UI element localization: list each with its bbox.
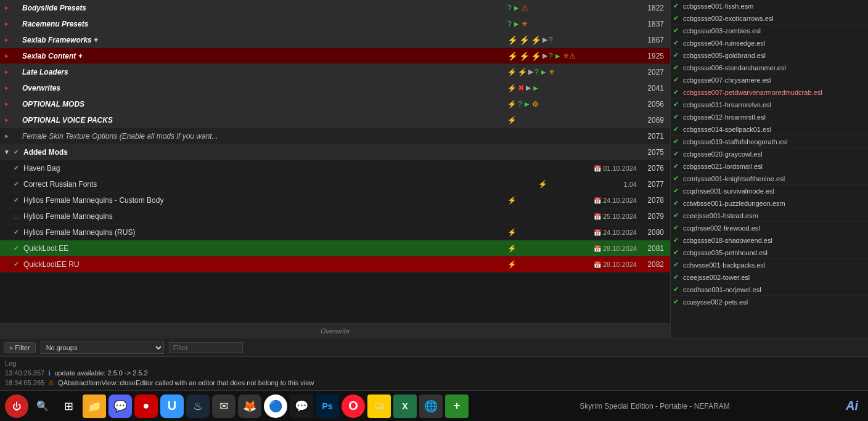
expand-icon[interactable]: ▼ xyxy=(2,149,11,155)
plugin-row[interactable]: ✔ ccbgssse007-chrysamere.esl xyxy=(671,74,868,86)
folder-icon[interactable]: 📁 xyxy=(83,394,106,418)
expand-icon[interactable]: ► xyxy=(2,36,11,43)
plugin-checkbox[interactable]: ✔ xyxy=(673,39,683,47)
plugin-row[interactable]: ✔ ccbgssse020-graycowl.esl xyxy=(671,148,868,160)
mod-row-optional-mods[interactable]: ► OPTIONAL MODS ⚡?►⚙ 2056 xyxy=(0,96,670,112)
chat-icon[interactable]: 💬 xyxy=(290,394,313,418)
grid-icon[interactable]: ⊞ xyxy=(57,394,80,418)
plugin-checkbox[interactable]: ✔ xyxy=(673,63,683,72)
mod-row-hylios-base[interactable]: □ Hylios Female Mannequins 📅 25.10.2024 … xyxy=(0,208,670,224)
steam-icon[interactable]: ♨ xyxy=(186,394,210,418)
start-button[interactable]: ⏻ xyxy=(5,394,28,418)
plugin-row[interactable]: ✔ ccbgssse001-fissh.esm xyxy=(671,0,868,12)
mod-checkbox[interactable]: ✔ xyxy=(11,260,21,268)
expand-icon[interactable]: ► xyxy=(2,52,11,59)
mail-icon[interactable]: ✉ xyxy=(212,394,235,418)
mod-row-late-loaders[interactable]: ► Late Loaders ⚡⚡▶?►✳ 2027 xyxy=(0,64,670,80)
photoshop-icon[interactable]: Ps xyxy=(316,394,339,418)
plugin-checkbox[interactable]: ✔ xyxy=(673,76,683,84)
mod-table[interactable]: ► Bodyslide Presets ?►⚠ 1822 ► Racemenu … xyxy=(0,0,670,323)
plugin-checkbox[interactable]: ✔ xyxy=(673,27,683,35)
web-icon[interactable]: 🌐 xyxy=(419,394,443,418)
expand-icon[interactable]: ► xyxy=(2,133,11,139)
plugin-panel[interactable]: ✔ ccbgssse001-fissh.esm ✔ ccbgssse002-ex… xyxy=(671,0,868,338)
plugin-checkbox[interactable]: ✔ xyxy=(673,150,683,158)
plugin-checkbox[interactable]: ✔ xyxy=(673,298,683,306)
plugin-row[interactable]: ✔ ccedhsse001-norjewel.esl xyxy=(671,284,868,296)
plugin-row[interactable]: ✔ ccbgssse003-zombies.esl xyxy=(671,25,868,37)
mod-checkbox[interactable]: □ xyxy=(11,213,21,220)
plugin-row[interactable]: ✔ ccusysse002-pets.esl xyxy=(671,296,868,308)
discord-icon[interactable]: 💬 xyxy=(108,394,132,418)
plugin-checkbox[interactable]: ✔ xyxy=(673,51,683,59)
plugin-checkbox[interactable]: ✔ xyxy=(673,199,683,207)
plugin-checkbox[interactable]: ✔ xyxy=(673,248,683,256)
app-red-icon[interactable]: ● xyxy=(134,394,158,418)
plugin-checkbox[interactable]: ✔ xyxy=(673,236,683,244)
plugin-checkbox[interactable]: ✔ xyxy=(673,88,683,96)
plugin-checkbox[interactable]: ✔ xyxy=(673,125,683,133)
app-u-icon[interactable]: U xyxy=(160,394,184,418)
chrome-icon[interactable]: 🔵 xyxy=(264,394,287,418)
expand-icon[interactable]: ► xyxy=(2,116,11,123)
mod-row-racemenu[interactable]: ► Racemenu Presets ?►✳ 1837 xyxy=(0,16,670,32)
search-taskbar-icon[interactable]: 🔍 xyxy=(31,394,54,418)
plugin-row[interactable]: ✔ ccqdrsse001-survivalmode.esl xyxy=(671,185,868,197)
mod-row-quickloot-ee[interactable]: ✔ QuickLoot EE ⚡ 📅 28.10.2024 2081 xyxy=(0,240,670,256)
plugin-checkbox[interactable]: ✔ xyxy=(673,187,683,195)
plugin-row[interactable]: ✔ ccbgssse004-ruinsedge.esl xyxy=(671,37,868,49)
plugin-row[interactable]: ✔ ccmtysse001-knightsofthenine.esl xyxy=(671,173,868,185)
app-plus-icon[interactable]: + xyxy=(445,394,469,418)
filter-input[interactable] xyxy=(169,342,243,353)
expand-icon[interactable]: ► xyxy=(2,20,11,27)
mod-row-added-mods[interactable]: ▼ ✔ Added Mods 2075 xyxy=(0,144,670,160)
expand-icon[interactable]: ► xyxy=(2,68,11,75)
plugin-row[interactable]: ✔ ccbgssse035-petnhound.esl xyxy=(671,247,868,259)
plugin-row[interactable]: ✔ cceejsse001-hstead.esm xyxy=(671,210,868,222)
plugin-row[interactable]: ✔ ccfsvsse001-backpacks.esl xyxy=(671,259,868,271)
plugin-row[interactable]: ✔ ccbgssse012-hrsarmrstl.esl xyxy=(671,111,868,123)
firefox-icon[interactable]: 🦊 xyxy=(238,394,261,418)
plugin-row[interactable]: ✔ ccqdrsse002-firewood.esl xyxy=(671,222,868,234)
plugin-row[interactable]: ✔ ccbgssse019-staffofsheogorath.esl xyxy=(671,136,868,148)
mod-row-correct-russian[interactable]: ✔ Correct Russian Fonts ⚡ 1.04 2077 xyxy=(0,176,670,192)
mod-checkbox[interactable]: ✔ xyxy=(11,180,21,188)
plugin-checkbox[interactable]: ✔ xyxy=(673,113,683,121)
plugin-checkbox[interactable]: ✔ xyxy=(673,285,683,293)
plugin-row[interactable]: ✔ ccbgssse011-hrsarmrelvn.esl xyxy=(671,99,868,111)
groups-select[interactable]: No groups xyxy=(41,341,164,354)
mod-row-hylios-rus[interactable]: ✔ Hylios Female Mannequins (RUS) ⚡ 📅 24.… xyxy=(0,224,670,240)
mod-row-overwrites[interactable]: ► Overwrites ⚡✖▶► 2041 xyxy=(0,80,670,96)
plugin-row[interactable]: ✔ ccbgssse002-exoticarrows.esl xyxy=(671,12,868,25)
mod-row-quickloot-ru[interactable]: ✔ QuickLootEE RU ⚡ 📅 28.10.2024 2082 xyxy=(0,256,670,272)
plugin-checkbox[interactable]: ✔ xyxy=(673,224,683,232)
mod-row-haven-bag[interactable]: ✔ Haven Bag 📅 01.10.2024 2076 xyxy=(0,160,670,176)
plugin-checkbox[interactable]: ✔ xyxy=(673,100,683,108)
opera-icon[interactable]: O xyxy=(342,394,365,418)
excel-icon[interactable]: X xyxy=(393,394,417,418)
plugin-checkbox[interactable]: ✔ xyxy=(673,261,683,269)
plugin-checkbox[interactable]: ✔ xyxy=(673,2,683,10)
mod-row-sexlab-content[interactable]: ► Sexlab Content + ⚡⚡⚡▶?►✳⚠ 1925 xyxy=(0,48,670,64)
plugin-row[interactable]: ✔ ccbgssse014-spellpack01.esl xyxy=(671,123,868,136)
files-icon[interactable]: 🗂 xyxy=(367,394,391,418)
mod-checkbox[interactable]: ✔ xyxy=(11,244,21,252)
plugin-checkbox[interactable]: ✔ xyxy=(673,211,683,219)
plugin-row[interactable]: ✔ cctwbsse001-puzzledungeon.esm xyxy=(671,197,868,210)
plugin-row[interactable]: ✔ ccbgssse021-lordsmail.esl xyxy=(671,160,868,173)
plugin-checkbox[interactable]: ✔ xyxy=(673,162,683,170)
mod-checkbox[interactable]: ✔ xyxy=(11,228,21,236)
expand-icon[interactable]: ► xyxy=(2,84,11,91)
mod-row-bodyslide[interactable]: ► Bodyslide Presets ?►⚠ 1822 xyxy=(0,0,670,16)
mod-row-sexlab-fw[interactable]: ► Sexlab Frameworks + ⚡⚡⚡▶? 1867 xyxy=(0,32,670,48)
filter-button[interactable]: » Filter xyxy=(4,342,36,353)
plugin-row[interactable]: ✔ ccbgssse005-goldbrand.esl xyxy=(671,49,868,62)
plugin-row[interactable]: ✔ ccbgssse007-petdwarvenarmoredmudcrab.e… xyxy=(671,86,868,99)
mod-checkbox[interactable]: ✔ xyxy=(11,196,21,204)
plugin-row[interactable]: ✔ cceejsse002-tower.esl xyxy=(671,271,868,284)
plugin-row[interactable]: ✔ ccbgssse018-shadowrend.esl xyxy=(671,234,868,247)
mod-checkbox[interactable]: ✔ xyxy=(11,164,21,172)
plugin-checkbox[interactable]: ✔ xyxy=(673,14,683,22)
plugin-row[interactable]: ✔ ccbgssse006-stendarshammer.esl xyxy=(671,62,868,74)
plugin-checkbox[interactable]: ✔ xyxy=(673,273,683,281)
